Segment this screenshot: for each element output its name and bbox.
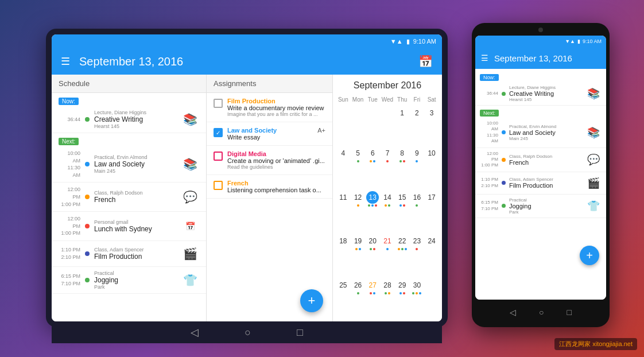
calendar-cell[interactable]: 8	[395, 145, 410, 189]
schedule-dot	[85, 251, 90, 256]
calendar-cell[interactable]: 1	[395, 105, 410, 145]
assignment-category: Film Production	[227, 98, 324, 104]
schedule-info: Lecture, Diane Higgins Creative Writing …	[94, 110, 176, 129]
calendar-cell[interactable]: 14	[380, 189, 395, 234]
back-button[interactable]: ◁	[191, 326, 199, 339]
tablet-content: Schedule Now: 36:44 Lecture, Diane Higgi…	[52, 75, 442, 321]
phone-item-time: 1:10 PM2:10 PM	[480, 177, 498, 189]
calendar-cell[interactable]: 29	[395, 277, 410, 321]
schedule-title: Jogging	[94, 276, 176, 284]
assignment-item[interactable]: Film Production Write a documentary movi…	[207, 93, 332, 122]
calendar-cell[interactable]: 20	[365, 233, 380, 277]
phone-home-button[interactable]: ○	[539, 308, 544, 317]
schedule-item[interactable]: 12:00 PM 1:00 PM Class, Ralph Dodson Fre…	[52, 183, 206, 212]
phone-schedule-item[interactable]: 36:44 Lecture, Diane Higgins Creative Wr…	[475, 82, 606, 106]
phone-schedule-item[interactable]: 6:15 PM7:10 PM Practical Jogging Park 👕	[475, 195, 606, 218]
assignment-item[interactable]: Digital Media Create a moving or 'animat…	[207, 146, 332, 175]
schedule-item[interactable]: 12:00 PM 1:00 PM Personal gmail Lunch wi…	[52, 212, 206, 241]
phone-recent-button[interactable]: □	[567, 308, 572, 317]
calendar-cell[interactable]: 10	[424, 145, 439, 189]
phone-schedule-item[interactable]: 1:10 PM2:10 PM Class, Adam Spencer Film …	[475, 172, 606, 195]
phone-item-info: Practical, Ervin Almond Law and Society …	[509, 124, 582, 141]
calendar-cell[interactable]	[336, 105, 351, 145]
fab-button[interactable]: +	[300, 289, 323, 312]
calendar-cell[interactable]: 9	[410, 145, 425, 189]
phone-schedule-item[interactable]: 10:00 AM11:30 AM Practical, Ervin Almond…	[475, 118, 606, 148]
tablet-status-bar: ▼▲ ▮ 9:10 AM	[52, 34, 442, 48]
calendar-icon[interactable]: 📅	[418, 55, 433, 68]
calendar-cell[interactable]: 18	[336, 233, 351, 277]
phone-menu-icon[interactable]: ☰	[481, 53, 488, 63]
calendar-cell[interactable]: 23	[410, 233, 425, 277]
phone-item-dot	[502, 158, 506, 162]
calendar-cell[interactable]	[424, 277, 439, 321]
calendar-cell[interactable]: 11	[336, 189, 351, 234]
phone-battery-icon: ▮	[577, 38, 580, 44]
calendar-cell[interactable]: 3	[424, 105, 439, 145]
calendar-cell[interactable]: 12	[351, 189, 366, 234]
calendar-grid: 1234567891011121314151617181920212223242…	[333, 105, 442, 321]
assignment-checkbox[interactable]	[214, 152, 223, 161]
phone-item-dot	[502, 181, 506, 185]
header-title: September 13, 2016	[79, 55, 409, 68]
assignment-content: French Listening comprehension task o...	[227, 180, 321, 193]
phone-item-time: 12:00 PM1:00 PM	[480, 151, 498, 169]
calendar-cell[interactable]	[380, 105, 395, 145]
schedule-title: Lunch with Sydney	[94, 225, 176, 233]
calendar-cell[interactable]: 4	[336, 145, 351, 189]
calendar-month-header: September 2016	[333, 75, 442, 96]
recent-button[interactable]: □	[297, 327, 303, 339]
calendar-cell[interactable]: 7	[380, 145, 395, 189]
phone-status-time: 9:10 AM	[583, 38, 602, 44]
calendar-cell[interactable]: 6	[365, 145, 380, 189]
calendar-cell[interactable]: 30	[410, 277, 425, 321]
calendar-cell[interactable]: 28	[380, 277, 395, 321]
calendar-cell[interactable]: 5	[351, 145, 366, 189]
schedule-header: Schedule	[52, 75, 206, 93]
home-button[interactable]: ○	[245, 327, 251, 339]
calendar-days-header: Sun Mon Tue Wed Thu Fri Sat	[333, 96, 442, 103]
assignment-content: Law and Society Write essay	[227, 127, 313, 141]
phone-schedule-item[interactable]: 12:00 PM1:00 PM Class, Ralph Dodson Fren…	[475, 148, 606, 172]
phone-subtitle: Lecture, Diane Higgins	[509, 85, 582, 90]
schedule-item[interactable]: 6:15 PM 7:10 PM Practical Jogging Park 👕	[52, 267, 206, 294]
assignment-checkbox[interactable]	[214, 181, 223, 190]
assignment-desc: Read the guidelines	[227, 164, 325, 170]
schedule-panel: Schedule Now: 36:44 Lecture, Diane Higgi…	[52, 75, 207, 321]
phone-item-time: 6:15 PM7:10 PM	[480, 200, 498, 212]
calendar-cell[interactable]: 24	[424, 233, 439, 277]
schedule-item[interactable]: 10:00 AM 11:30 AM Practical, Ervin Almon…	[52, 146, 206, 183]
phone-title: Jogging	[509, 203, 582, 209]
calendar-cell[interactable]	[351, 105, 366, 145]
menu-icon[interactable]: ☰	[61, 55, 70, 68]
schedule-time: 12:00 PM 1:00 PM	[59, 186, 80, 208]
phone-back-button[interactable]: ◁	[510, 308, 516, 317]
now-badge-wrap: Now:	[52, 93, 206, 106]
phone-fab-button[interactable]: +	[580, 246, 599, 265]
schedule-info: Personal gmail Lunch with Sydney	[94, 219, 176, 233]
calendar-cell[interactable]: 19	[351, 233, 366, 277]
calendar-cell[interactable]	[365, 105, 380, 145]
next-badge-wrap: Next:	[52, 133, 206, 146]
calendar-cell[interactable]: 17	[424, 189, 439, 234]
assignment-checkbox[interactable]	[214, 99, 223, 108]
calendar-cell[interactable]: 2	[410, 105, 425, 145]
assignment-item[interactable]: ✓ Law and Society Write essay A+	[207, 122, 332, 146]
calendar-cell[interactable]: 26	[351, 277, 366, 321]
calendar-cell[interactable]: 13	[365, 189, 380, 234]
calendar-cell[interactable]: 22	[395, 233, 410, 277]
assignment-title: Write a documentary movie review	[227, 104, 324, 111]
assignment-item[interactable]: French Listening comprehension task o...	[207, 175, 332, 199]
assignment-checkbox[interactable]: ✓	[214, 128, 223, 137]
phone-item-dot	[502, 130, 506, 134]
schedule-dot	[85, 224, 90, 228]
calendar-cell[interactable]: 21	[380, 233, 395, 277]
calendar-cell[interactable]: 27	[365, 277, 380, 321]
schedule-item[interactable]: 36:44 Lecture, Diane Higgins Creative Wr…	[52, 106, 206, 133]
calendar-cell[interactable]: 25	[336, 277, 351, 321]
schedule-item[interactable]: 1:10 PM 2:10 PM Class, Adam Spencer Film…	[52, 241, 206, 267]
calendar-cell[interactable]: 15	[395, 189, 410, 234]
phone-wifi-icon: ▼▲	[565, 38, 575, 44]
calendar-cell[interactable]: 16	[410, 189, 425, 234]
phone-location: Main 245	[509, 136, 582, 141]
